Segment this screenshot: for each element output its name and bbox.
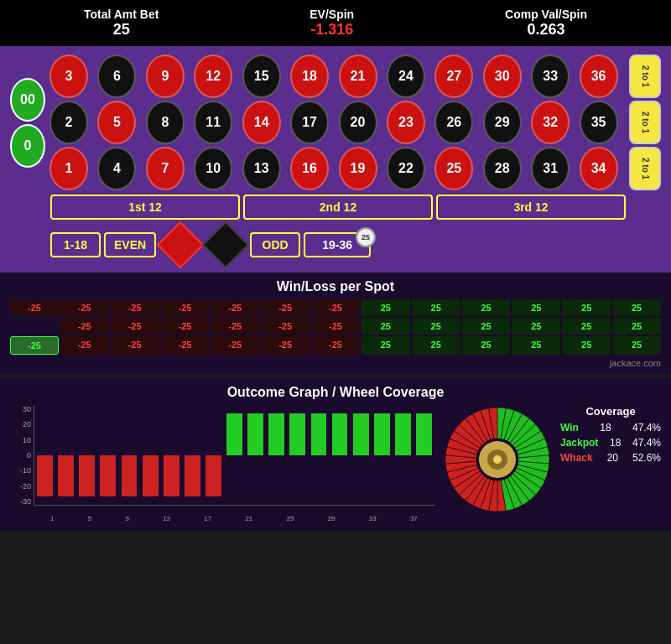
num-cell-32[interactable]: 32 bbox=[531, 101, 570, 144]
wl-cell-r1-c0 bbox=[10, 318, 59, 335]
wl-cell-r0-c4: -25 bbox=[211, 299, 259, 316]
bar-item-11 bbox=[266, 405, 287, 505]
num-cell-8[interactable]: 8 bbox=[146, 101, 185, 144]
wl-cell-r0-c12: 25 bbox=[612, 299, 661, 316]
wl-cell-r2-c11: 25 bbox=[562, 336, 611, 355]
bar-pos bbox=[395, 413, 411, 455]
num-cell-3[interactable]: 3 bbox=[49, 55, 88, 98]
num-cell-30[interactable]: 30 bbox=[483, 55, 522, 98]
num-cell-1[interactable]: 1 bbox=[49, 147, 88, 190]
num-cell-29[interactable]: 29 bbox=[483, 101, 522, 144]
num-cell-2[interactable]: 2 bbox=[49, 101, 88, 144]
y-axis-labels: 30 20 10 0 -10 -20 -30 bbox=[10, 405, 31, 506]
num-cell-24[interactable]: 24 bbox=[387, 55, 425, 98]
wl-cell-r1-c4: -25 bbox=[211, 318, 259, 335]
comp-val-col: Comp Val/Spin 0.263 bbox=[505, 8, 587, 39]
bar-item-10 bbox=[245, 405, 266, 505]
bottom-bets-row: 1-18 EVEN ODD 19-36 25 bbox=[10, 224, 661, 266]
num-cell-9[interactable]: 9 bbox=[146, 55, 185, 98]
wl-cell-r0-c6: -25 bbox=[311, 299, 360, 316]
single-zero[interactable]: 0 bbox=[10, 124, 45, 168]
two-to-one-column: 2 to 1 2 to 1 2 to 1 bbox=[629, 55, 661, 190]
ev-spin-col: EV/Spin -1.316 bbox=[309, 8, 354, 39]
coverage-win-row: Win 18 47.4% bbox=[560, 422, 661, 434]
num-cell-19[interactable]: 19 bbox=[339, 147, 377, 190]
num-cell-28[interactable]: 28 bbox=[483, 147, 522, 190]
main-grid-row: 00 0 36912151821242730333625811141720232… bbox=[10, 55, 661, 190]
num-cell-23[interactable]: 23 bbox=[387, 101, 425, 144]
num-cell-26[interactable]: 26 bbox=[434, 101, 473, 144]
num-cell-36[interactable]: 36 bbox=[580, 55, 618, 98]
num-cell-4[interactable]: 4 bbox=[97, 147, 136, 190]
outcome-title: Outcome Graph / Wheel Coverage bbox=[10, 385, 661, 400]
num-cell-33[interactable]: 33 bbox=[531, 55, 570, 98]
jackace-credit: jackace.com bbox=[10, 358, 661, 368]
first-dozen[interactable]: 1st 12 bbox=[50, 195, 240, 220]
num-cell-25[interactable]: 25 bbox=[434, 147, 473, 190]
double-zero[interactable]: 00 bbox=[10, 78, 45, 122]
bar-pos bbox=[374, 413, 390, 455]
third-dozen[interactable]: 3rd 12 bbox=[436, 195, 626, 220]
wl-cell-r1-c8: 25 bbox=[412, 318, 460, 335]
num-cell-31[interactable]: 31 bbox=[531, 147, 570, 190]
y-label-10: 10 bbox=[10, 436, 31, 444]
wl-cell-r2-c6: -25 bbox=[311, 336, 360, 355]
bar-item-16 bbox=[372, 405, 393, 505]
wl-cell-r1-c11: 25 bbox=[562, 318, 611, 335]
num-cell-7[interactable]: 7 bbox=[146, 147, 185, 190]
wheel-area bbox=[443, 405, 552, 514]
num-cell-20[interactable]: 20 bbox=[339, 101, 377, 144]
wl-cell-r0-c11: 25 bbox=[562, 299, 611, 316]
coverage-jackpot-label: Jackpot bbox=[560, 437, 598, 449]
num-cell-10[interactable]: 10 bbox=[194, 147, 232, 190]
bar-item-6 bbox=[161, 405, 182, 505]
total-amt-bet-value: 25 bbox=[84, 21, 159, 39]
coverage-jackpot-count: 18 bbox=[610, 437, 621, 449]
num-cell-15[interactable]: 15 bbox=[242, 55, 281, 98]
bet-19-36[interactable]: 19-36 25 bbox=[304, 232, 371, 257]
bet-1-18[interactable]: 1-18 bbox=[50, 232, 101, 257]
num-cell-34[interactable]: 34 bbox=[580, 147, 618, 190]
diamond-black-wrapper[interactable] bbox=[205, 224, 247, 266]
coverage-whack-label: Whack bbox=[560, 452, 593, 464]
bar-pos bbox=[353, 413, 369, 455]
num-cell-22[interactable]: 22 bbox=[387, 147, 425, 190]
numbers-area: 3691215182124273033362581114172023262932… bbox=[49, 55, 661, 190]
two-to-one-bot[interactable]: 2 to 1 bbox=[629, 147, 661, 190]
num-cell-27[interactable]: 27 bbox=[434, 55, 473, 98]
bar-item-12 bbox=[287, 405, 308, 505]
second-dozen[interactable]: 2nd 12 bbox=[243, 195, 433, 220]
num-cell-16[interactable]: 16 bbox=[290, 147, 329, 190]
bar-item-17 bbox=[393, 405, 414, 505]
wl-cell-r2-c8: 25 bbox=[412, 336, 460, 355]
bar-neg bbox=[79, 455, 95, 497]
wl-cell-r1-c5: -25 bbox=[261, 318, 309, 335]
wl-cell-r0-c9: 25 bbox=[462, 299, 511, 316]
coverage-table: Coverage Win 18 47.4% Jackpot 18 47.4% W… bbox=[560, 405, 661, 467]
comp-val-value: 0.263 bbox=[505, 21, 587, 39]
total-amt-bet-col: Total Amt Bet 25 bbox=[84, 8, 159, 39]
diamond-red-wrapper[interactable] bbox=[159, 224, 201, 266]
num-cell-14[interactable]: 14 bbox=[242, 101, 281, 144]
num-cell-13[interactable]: 13 bbox=[242, 147, 281, 190]
bet-odd[interactable]: ODD bbox=[250, 232, 300, 257]
ev-spin-value: -1.316 bbox=[309, 21, 354, 39]
num-cell-17[interactable]: 17 bbox=[290, 101, 329, 144]
comp-val-label: Comp Val/Spin bbox=[505, 8, 587, 21]
wl-cell-r2-c5: -25 bbox=[261, 336, 309, 355]
num-cell-35[interactable]: 35 bbox=[580, 101, 618, 144]
num-cell-12[interactable]: 12 bbox=[194, 55, 232, 98]
num-cell-5[interactable]: 5 bbox=[97, 101, 136, 144]
num-cell-11[interactable]: 11 bbox=[194, 101, 232, 144]
num-cell-18[interactable]: 18 bbox=[290, 55, 329, 98]
wl-cell-r1-c3: -25 bbox=[161, 318, 210, 335]
num-cell-21[interactable]: 21 bbox=[339, 55, 377, 98]
bet-even[interactable]: EVEN bbox=[104, 232, 156, 257]
two-to-one-top[interactable]: 2 to 1 bbox=[629, 55, 661, 98]
chip-on-19-36: 25 bbox=[356, 227, 376, 247]
num-cell-6[interactable]: 6 bbox=[97, 55, 136, 98]
y-label-30: 30 bbox=[10, 405, 31, 413]
two-to-one-mid[interactable]: 2 to 1 bbox=[629, 101, 661, 144]
total-amt-bet-label: Total Amt Bet bbox=[84, 8, 159, 21]
outcome-content: 30 20 10 0 -10 -20 -30 1 5 9 13 17 21 25… bbox=[10, 405, 661, 522]
